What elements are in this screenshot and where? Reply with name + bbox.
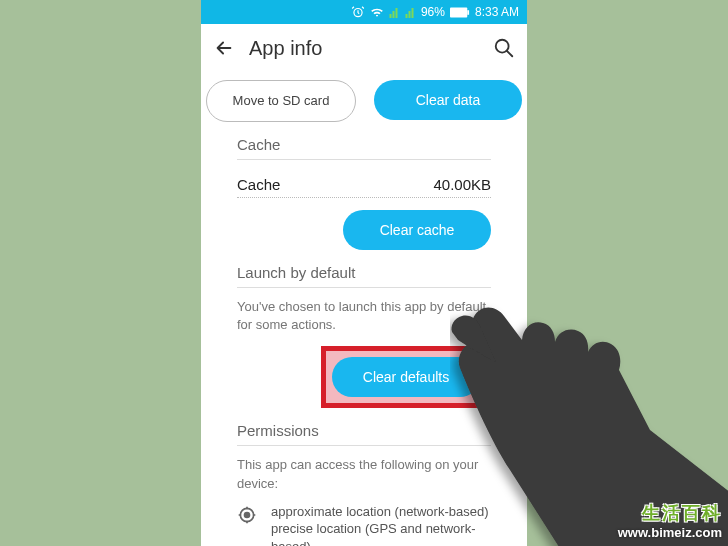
watermark-text: 生活百科 [618, 501, 722, 525]
watermark: 生活百科 www.bimeiz.com [618, 501, 722, 540]
move-to-sd-button[interactable]: Move to SD card [206, 80, 356, 122]
divider [237, 287, 491, 288]
cache-header: Cache [237, 136, 491, 153]
wifi-icon [370, 5, 384, 19]
back-icon[interactable] [213, 37, 235, 59]
svg-rect-1 [389, 14, 391, 18]
svg-point-11 [245, 512, 250, 517]
signal-icon-1 [389, 6, 400, 18]
search-icon[interactable] [493, 37, 515, 59]
storage-buttons: Move to SD card Clear data [237, 80, 491, 122]
alarm-icon [351, 5, 365, 19]
launch-desc: You've chosen to launch this app by defa… [237, 298, 491, 334]
permissions-desc: This app can access the following on you… [237, 456, 491, 492]
clear-cache-button[interactable]: Clear cache [343, 210, 491, 250]
status-bar: 96% 8:33 AM [201, 0, 527, 24]
clock-time: 8:33 AM [475, 5, 519, 19]
svg-rect-8 [467, 10, 469, 15]
cache-value: 40.00KB [433, 176, 491, 193]
svg-rect-3 [395, 8, 397, 18]
launch-header: Launch by default [237, 264, 491, 281]
svg-rect-4 [405, 14, 407, 18]
svg-rect-5 [408, 11, 410, 18]
permissions-list: approximate location (network-based) pre… [237, 503, 491, 546]
cache-label: Cache [237, 176, 433, 193]
page-title: App info [249, 37, 479, 60]
app-bar: App info [201, 24, 527, 72]
clear-data-button[interactable]: Clear data [374, 80, 522, 120]
signal-icon-2 [405, 6, 416, 18]
svg-rect-7 [450, 7, 467, 17]
permissions-header: Permissions [237, 422, 491, 439]
permission-text: approximate location (network-based) [271, 503, 491, 521]
permission-text: precise location (GPS and network-based) [271, 520, 491, 546]
cache-row: Cache 40.00KB [237, 170, 491, 198]
phone-frame: 96% 8:33 AM App info Move to SD card Cle… [201, 0, 527, 546]
clear-defaults-button[interactable]: Clear defaults [332, 357, 480, 397]
location-icon [237, 505, 257, 525]
svg-rect-6 [411, 8, 413, 18]
permission-item: approximate location (network-based) pre… [237, 503, 491, 546]
battery-percent: 96% [421, 5, 445, 19]
battery-icon [450, 7, 470, 18]
divider [237, 445, 491, 446]
highlight-box: Clear defaults [321, 346, 491, 408]
divider [237, 159, 491, 160]
svg-rect-2 [392, 11, 394, 18]
watermark-url: www.bimeiz.com [618, 525, 722, 540]
